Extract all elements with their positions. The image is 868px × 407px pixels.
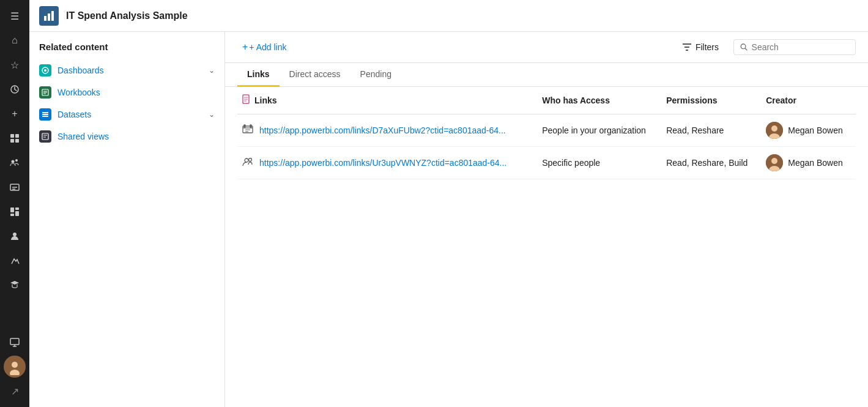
svg-rect-26	[42, 133, 48, 140]
svg-point-35	[245, 159, 248, 162]
dashboards-icon	[39, 64, 51, 77]
search-icon	[740, 43, 748, 51]
svg-rect-9	[15, 207, 19, 210]
add-link-plus-icon: +	[242, 42, 248, 53]
tab-pending[interactable]: Pending	[351, 63, 401, 87]
filters-icon	[682, 42, 692, 52]
filters-label: Filters	[696, 42, 719, 52]
search-input[interactable]	[752, 42, 849, 52]
svg-rect-17	[44, 16, 46, 21]
svg-rect-10	[10, 214, 14, 216]
svg-point-12	[13, 233, 17, 236]
svg-point-21	[44, 69, 46, 72]
add-link-button[interactable]: + + Add link	[237, 39, 291, 55]
content-body: Related content Dashboards ⌄ Workbooks	[29, 32, 868, 407]
nav-goals-icon[interactable]	[4, 250, 26, 272]
svg-rect-11	[15, 211, 19, 216]
creator-name-2: Megan Bowen	[788, 158, 843, 168]
svg-point-15	[12, 362, 18, 368]
svg-rect-24	[42, 114, 48, 115]
svg-point-36	[249, 159, 252, 162]
nav-user-avatar[interactable]	[4, 356, 26, 378]
avatar-1	[766, 122, 783, 139]
dashboards-chevron-icon: ⌄	[209, 66, 215, 75]
svg-rect-19	[51, 11, 54, 21]
sidebar-title: Related content	[29, 42, 224, 59]
sidebar-item-label-datasets: Datasets	[57, 110, 202, 119]
svg-rect-18	[48, 13, 50, 21]
nav-home-icon[interactable]: ⌂	[4, 29, 26, 51]
svg-point-33	[771, 125, 777, 132]
sidebar-item-label-dashboards: Dashboards	[57, 65, 202, 75]
sidebar-item-workbooks[interactable]: Workbooks	[29, 81, 224, 103]
svg-rect-31	[250, 125, 251, 127]
workbooks-icon	[39, 86, 51, 99]
nav-favorites-icon[interactable]: ☆	[4, 54, 26, 76]
creator-2: Megan Bowen	[761, 147, 856, 179]
nav-create-icon[interactable]: +	[4, 103, 26, 125]
sidebar-item-label-shared-views: Shared views	[57, 132, 215, 141]
svg-rect-4	[15, 139, 19, 143]
nav-people-icon[interactable]	[4, 225, 26, 247]
permissions-1: Read, Reshare	[661, 114, 761, 147]
link-org-icon	[242, 124, 253, 136]
filters-button[interactable]: Filters	[677, 40, 724, 54]
svg-point-6	[15, 159, 18, 162]
add-link-label: + Add link	[249, 42, 286, 52]
nav-learn-icon[interactable]	[4, 274, 26, 296]
svg-rect-2	[15, 134, 19, 138]
permissions-2: Read, Reshare, Build	[661, 147, 761, 179]
shared-views-icon	[39, 130, 51, 143]
who-has-access-2: Specific people	[537, 147, 661, 179]
creator-name-1: Megan Bowen	[788, 125, 843, 135]
nav-dashboard-icon[interactable]	[4, 201, 26, 223]
nav-screens-icon[interactable]	[4, 331, 26, 353]
sidebar: Related content Dashboards ⌄ Workbooks	[29, 32, 225, 407]
avatar-2	[766, 154, 783, 171]
link-url-2[interactable]: https://app.powerbi.com/links/Ur3upVWNYZ…	[259, 158, 506, 168]
svg-rect-13	[10, 338, 19, 345]
main-container: IT Spend Analysis Sample Related content…	[29, 0, 868, 407]
svg-rect-23	[42, 112, 48, 113]
col-permissions: Permissions	[661, 87, 761, 114]
nav-recent-icon[interactable]	[4, 78, 26, 100]
tab-direct-access[interactable]: Direct access	[280, 63, 351, 87]
table-row: https://app.powerbi.com/links/Ur3upVWNYZ…	[237, 147, 856, 179]
tabs: Links Direct access Pending	[225, 63, 868, 87]
svg-point-27	[741, 44, 746, 49]
nav-shared-icon[interactable]	[4, 152, 26, 174]
nav-external-icon[interactable]: ↗	[4, 380, 26, 402]
creator-1: Megan Bowen	[761, 114, 856, 147]
svg-point-38	[771, 158, 777, 164]
link-specific-icon	[242, 157, 253, 169]
icon-nav: ☰ ⌂ ☆ + ↗	[0, 0, 29, 407]
toolbar: + + Add link Filters	[225, 32, 868, 63]
app-logo-icon	[39, 6, 59, 26]
nav-menu-icon[interactable]: ☰	[4, 5, 26, 27]
link-cell-2: https://app.powerbi.com/links/Ur3upVWNYZ…	[237, 147, 537, 179]
svg-rect-8	[10, 207, 14, 212]
main-panel: + + Add link Filters Links Direct access…	[225, 32, 868, 407]
svg-rect-3	[10, 139, 14, 143]
sidebar-item-datasets[interactable]: Datasets ⌄	[29, 103, 224, 125]
datasets-icon	[39, 108, 51, 121]
svg-point-5	[12, 160, 15, 163]
nav-scorecard-icon[interactable]	[4, 176, 26, 198]
tab-links[interactable]: Links	[237, 63, 280, 87]
page-title: IT Spend Analysis Sample	[66, 10, 188, 21]
col-who-has-access: Who has Access	[537, 87, 661, 114]
link-cell-1: https://app.powerbi.com/links/D7aXuFUbw2…	[237, 114, 537, 147]
sidebar-item-label-workbooks: Workbooks	[57, 88, 215, 97]
nav-apps-icon[interactable]	[4, 127, 26, 149]
svg-rect-30	[244, 125, 245, 127]
col-links: Links	[237, 87, 537, 114]
sidebar-item-shared-views[interactable]: Shared views	[29, 125, 224, 147]
top-header: IT Spend Analysis Sample	[29, 0, 868, 32]
search-box[interactable]	[733, 39, 856, 55]
sidebar-item-dashboards[interactable]: Dashboards ⌄	[29, 59, 224, 81]
col-creator: Creator	[761, 87, 856, 114]
link-url-1[interactable]: https://app.powerbi.com/links/D7aXuFUbw2…	[259, 125, 506, 135]
links-table: Links Who has Access Permissions Creator	[237, 87, 856, 179]
link-doc-header-icon	[242, 94, 251, 106]
svg-rect-25	[42, 116, 48, 117]
